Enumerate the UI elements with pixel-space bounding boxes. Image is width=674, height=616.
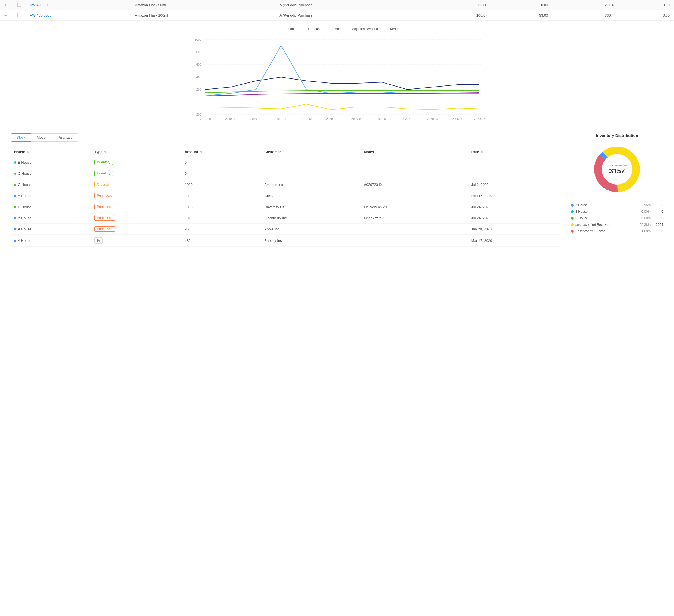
legend-label: C House xyxy=(575,216,588,220)
sort-icon: ⇅ xyxy=(104,150,106,153)
type-badge: Inventory xyxy=(94,171,113,176)
sku-cell: AW-453-0008 xyxy=(25,10,130,21)
name-cell: Amazon Flask 50ml xyxy=(130,0,275,10)
sort-icon: ⇅ xyxy=(481,150,483,153)
legend-amt: 93 xyxy=(652,203,663,207)
svg-text:400: 400 xyxy=(197,76,201,79)
col2-cell: 0.00 xyxy=(491,0,552,10)
col-header-date[interactable]: Date ⇅ xyxy=(468,147,560,157)
col-header-type[interactable]: Type ⇅ xyxy=(91,147,181,157)
notes-cell: #02672340 xyxy=(361,179,468,190)
chart-svg: 1000 800 600 400 200 0 -200 2019-08 2019… xyxy=(11,34,663,121)
legend-label: Demand xyxy=(283,27,296,31)
tab-btn-model[interactable]: Model xyxy=(31,133,52,142)
top-table-row: − AW-453-0008 Amazon Flask 100ml A (Peri… xyxy=(0,10,674,21)
amount-cell: 0 xyxy=(182,157,261,168)
house-dot xyxy=(14,240,16,242)
house-dot xyxy=(14,217,16,219)
col-header-amount[interactable]: Amount ⇅ xyxy=(182,147,261,157)
legend-line xyxy=(383,29,389,29)
legend-line xyxy=(326,29,331,29)
legend-label: A House xyxy=(575,203,587,207)
col-header-house[interactable]: House ⇅ xyxy=(11,147,91,157)
date-cell: Jul 24, 2020 xyxy=(468,201,560,212)
svg-text:-200: -200 xyxy=(195,113,201,116)
notes-cell: Check with Al... xyxy=(361,212,468,224)
tab-btn-stock[interactable]: Stock xyxy=(11,133,31,142)
legend-label: Adjusted Demand xyxy=(352,27,378,31)
legend-row: purchased Yet Received 65.38% 2064 xyxy=(571,221,663,228)
donut-value: 3157 xyxy=(607,167,627,175)
legend-label: Forecast xyxy=(308,27,320,31)
house-cell: A House xyxy=(11,212,91,224)
legend-amt: 0 xyxy=(652,216,663,220)
legend-pct: 2.95% xyxy=(642,203,651,207)
legend-line xyxy=(345,29,351,29)
svg-text:2020-02: 2020-02 xyxy=(351,117,362,120)
svg-text:2019-10: 2019-10 xyxy=(250,117,261,120)
legend-label: B House xyxy=(575,210,588,214)
type-cell: Purchased xyxy=(91,190,181,201)
customer-cell xyxy=(261,157,361,168)
amount-cell: 1000 xyxy=(182,179,261,190)
type-cell: Ordered xyxy=(91,179,181,190)
legend-amt: 2064 xyxy=(652,223,663,227)
date-cell: Jul 24, 2020 xyxy=(468,212,560,224)
expand-btn[interactable]: − xyxy=(4,13,9,18)
legend-amt: 1000 xyxy=(652,229,663,233)
col4-cell: 0.00 xyxy=(620,10,674,21)
amount-cell: 0 xyxy=(182,168,261,179)
sort-icon: ⇅ xyxy=(27,150,29,153)
type-badge: Inventory xyxy=(94,160,113,165)
svg-text:2020-04: 2020-04 xyxy=(402,117,413,120)
notes-cell: Delivery on 29... xyxy=(361,201,468,212)
house-cell: A House xyxy=(11,235,91,247)
legend-row: C House 0.00% 0 xyxy=(571,215,663,221)
row-checkbox[interactable] xyxy=(17,3,21,6)
expand-btn[interactable]: + xyxy=(4,3,9,7)
table-row: C House Inventory 0 xyxy=(11,168,560,179)
notes-cell xyxy=(361,190,468,201)
row-checkbox[interactable] xyxy=(17,13,21,17)
type-badge: Purchased xyxy=(94,204,115,209)
legend-label: Reserved Yet Picked xyxy=(575,229,605,233)
chart-legend-item: Forecast xyxy=(301,27,320,31)
col-header-notes: Notes xyxy=(361,147,468,157)
notes-cell xyxy=(361,224,468,235)
type-cell: Inventory xyxy=(91,157,181,168)
legend-line xyxy=(276,29,282,29)
house-cell: B House xyxy=(11,157,91,168)
donut-center: Total Inventory 3157 xyxy=(607,164,627,175)
tab-btn-purchase[interactable]: Purchase xyxy=(52,133,78,142)
table-row: C House Purchased 1008 Unversity Of ... … xyxy=(11,201,560,212)
customer-cell: CIBC xyxy=(261,190,361,201)
col-header-customer: Customer xyxy=(261,147,361,157)
name-cell: Amazon Flask 100ml xyxy=(130,10,275,21)
type-cell: 採 xyxy=(91,235,181,247)
legend-label: purchased Yet Received xyxy=(575,223,610,227)
date-cell: Dec 16, 2019 xyxy=(468,190,560,201)
svg-text:2019-08: 2019-08 xyxy=(200,117,211,120)
house-dot xyxy=(14,206,16,208)
left-panel: StockModelPurchase House ⇅Type ⇅Amount ⇅… xyxy=(11,133,560,247)
house-cell: C House xyxy=(11,201,91,212)
house-cell: A House xyxy=(11,224,91,235)
house-dot xyxy=(14,173,16,175)
type-badge: Purchased xyxy=(94,215,115,221)
legend-label: Error xyxy=(333,27,340,31)
customer-cell: Apple Inc xyxy=(261,224,361,235)
legend-row: Reserved Yet Picked 31.68% 1000 xyxy=(571,228,663,234)
customer-cell: Amazon Inc xyxy=(261,179,361,190)
legend-pct: 31.68% xyxy=(640,229,651,233)
svg-text:1000: 1000 xyxy=(195,38,201,41)
table-row: A House 採 480 Shopify Inc Mar 17, 2020 xyxy=(11,235,560,247)
amount-cell: 192 xyxy=(182,212,261,224)
chart-legend: DemandForecastErrorAdjusted DemandMAD xyxy=(11,27,663,31)
amount-cell: 480 xyxy=(182,235,261,247)
type-badge: Ordered xyxy=(94,182,111,187)
legend-pct: 0.00% xyxy=(642,210,651,214)
house-cell: C House xyxy=(11,168,91,179)
inventory-dist-title: Inventory Distribution xyxy=(571,133,663,138)
type-badge: Purchased xyxy=(94,193,115,198)
legend-amt: 0 xyxy=(652,210,663,214)
